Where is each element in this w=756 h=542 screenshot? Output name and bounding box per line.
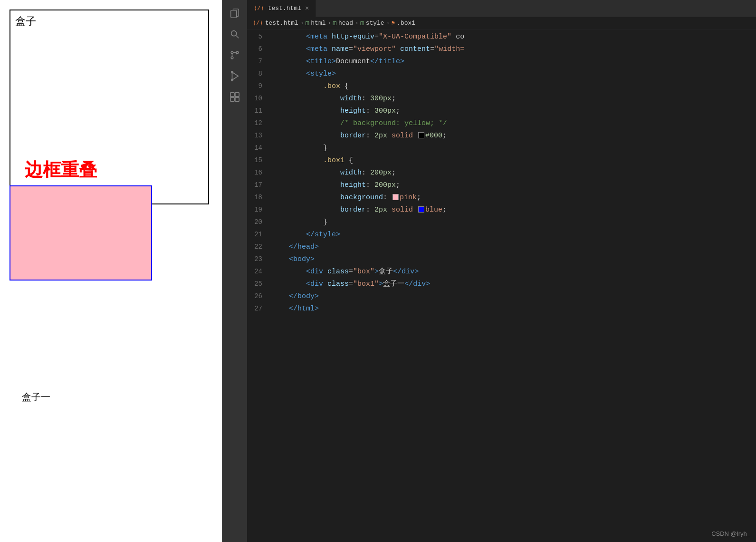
token [272,231,306,239]
token: = [349,45,353,53]
code-line: 15 .box1 { [247,155,756,167]
line-content: <div class="box">盒子</div> [272,266,756,278]
line-content: width: 300px; [272,93,756,105]
code-line: 13 border: 2px solid #000; [247,130,756,143]
token: name [332,45,349,53]
token: > [336,231,340,239]
token: > [315,292,319,300]
token: div [413,280,426,288]
token [272,181,340,189]
breadcrumb-item-head[interactable]: ◫ head [333,19,353,27]
token: /* background: yellow; */ [340,119,447,127]
token: class [327,268,349,276]
token: "viewport" [353,45,396,53]
line-number: 20 [247,217,272,228]
line-content: <div class="box1">盒子一</div> [272,279,756,290]
tab-close-button[interactable]: × [305,5,309,12]
token: </ [393,268,402,276]
token: 2px [374,132,387,140]
breadcrumb-item-html[interactable]: ◫ html [306,19,325,27]
token: #000 [425,132,442,140]
token: "width= [434,45,464,53]
token: < [306,33,310,41]
code-editor[interactable]: 5 <meta http-equiv="X-UA-Compatible" co6… [247,29,756,542]
token: < [306,45,310,53]
search-icon[interactable] [225,25,244,44]
token: width [340,95,362,103]
breadcrumb-file-icon: ⟨/⟩ [253,19,263,27]
source-control-icon[interactable] [225,46,244,65]
svg-rect-11 [235,93,239,97]
token [272,156,323,165]
run-debug-icon[interactable] [225,67,244,86]
breadcrumb-file-label: test.html [265,19,298,27]
token: </ [289,243,297,251]
line-number: 15 [247,155,272,166]
code-line: 18 background: pink; [247,192,756,204]
line-number: 18 [247,192,272,203]
svg-marker-7 [232,72,239,80]
token: > [315,243,319,251]
token [327,33,332,41]
svg-rect-12 [230,97,234,101]
token [272,95,340,103]
token: width [340,169,362,177]
tab-filename: test.html [268,5,301,12]
token: > [374,268,379,276]
code-line: 23 <body> [247,254,756,266]
line-content: height: 200px; [272,180,756,192]
breadcrumb-item-box1[interactable]: ⚑ .box1 [392,19,415,27]
breadcrumb-item-style[interactable]: ◫ style [360,19,384,27]
token [272,132,340,140]
token: > [332,70,336,78]
token: </ [289,305,297,313]
token: < [306,70,310,78]
svg-point-4 [231,51,233,54]
token [327,45,332,53]
token: { [340,82,349,90]
token [272,305,289,313]
line-content: <body> [272,254,756,266]
token [272,45,306,53]
token: 2px [374,206,387,214]
tab-file-icon: ⟨/⟩ [254,5,264,12]
breadcrumb-html-icon: ◫ [306,19,309,27]
line-content: background: pink; [272,192,756,204]
line-content: <meta name="viewport" content="width= [272,44,756,56]
token: = [374,33,379,41]
svg-rect-10 [230,93,234,97]
line-content: height: 300px; [272,106,756,117]
line-number: 12 [247,118,272,129]
watermark: CSDN @lryh_ [711,530,750,537]
token: border [340,206,366,214]
code-line: 9 .box { [247,81,756,93]
token: 300px [374,107,396,115]
code-line: 27 </html> [247,303,756,316]
token: Document [336,58,370,66]
tab-test-html[interactable]: ⟨/⟩ test.html × [247,0,316,17]
extensions-icon[interactable] [225,87,244,106]
code-line: 8 <style> [247,68,756,81]
token [272,280,306,288]
copy-icon[interactable] [225,4,244,23]
token: 300px [370,95,392,103]
token: > [426,280,430,288]
token: : [362,169,370,177]
token: = [349,280,353,288]
token: ; [396,107,400,115]
token: : [383,194,392,202]
token [272,255,289,263]
line-content: border: 2px solid #000; [272,130,756,142]
color-swatch-black [418,132,424,138]
token [272,33,306,41]
token: co [451,33,464,41]
line-number: 27 [247,303,272,314]
line-content: /* background: yellow; */ [272,118,756,130]
token [272,268,306,276]
token: meta [310,45,327,53]
token: title [310,58,332,66]
breadcrumb-item-file[interactable]: ⟨/⟩ test.html [253,19,298,27]
token: height [340,181,366,189]
token: "box" [353,268,374,276]
token [272,70,306,78]
